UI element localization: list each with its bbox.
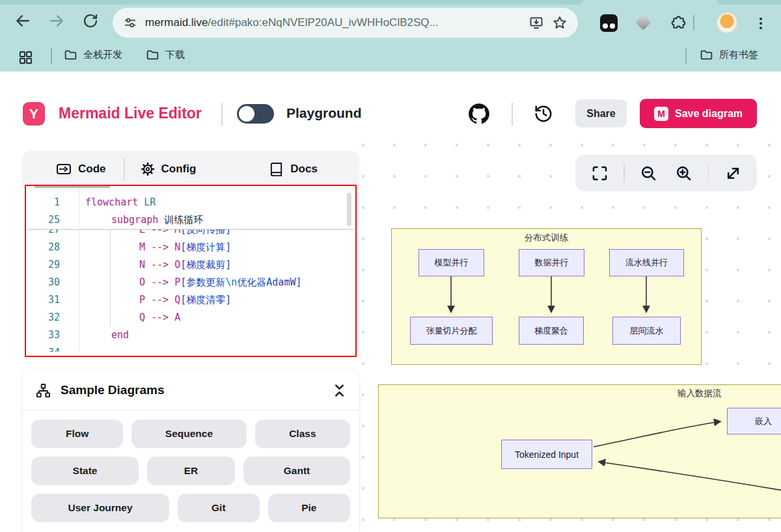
save-diagram-button[interactable]: M Save diagram: [640, 99, 757, 128]
browser-tab[interactable]: [581, 0, 719, 5]
code-line: 30O --> P[参数更新\n优化器AdamW]: [27, 274, 353, 291]
diagram-preview-pane[interactable]: 分布式训练 模型并行 数据并行 流水线并行 张量切片分配 梯度聚合 层间流水 输…: [362, 143, 781, 532]
toolbar-divider: [708, 164, 709, 182]
zoom-in-button[interactable]: [673, 162, 695, 184]
zoom-out-icon: [640, 165, 657, 182]
toolbar-divider: [693, 15, 694, 31]
collapse-icon[interactable]: [333, 384, 346, 397]
code-line: 33end: [27, 326, 353, 344]
folder-icon: [146, 48, 159, 62]
address-bar[interactable]: mermaid.live/edit#pako:eNqNVElP20AU_ivWH…: [113, 8, 578, 38]
share-button[interactable]: Share: [575, 100, 627, 127]
sample-sequence-button[interactable]: Sequence: [131, 419, 246, 448]
site-info-icon[interactable]: [123, 16, 137, 30]
bookmark-star-icon[interactable]: [552, 15, 568, 31]
tab-strip: [0, 0, 781, 5]
bookmark-label: 所有书签: [719, 49, 758, 61]
editor-tabbar: Code Config Docs: [23, 151, 359, 187]
code-line: 1flowchart LR: [27, 194, 353, 211]
editor-scrollbar[interactable]: [347, 193, 351, 226]
sample-user-journey-button[interactable]: User Journey: [31, 494, 169, 522]
code-editor[interactable]: 1flowchart LR25subgraph 训练循环 27L --> M[反…: [25, 185, 357, 357]
sample-class-button[interactable]: Class: [255, 419, 350, 448]
toolbar-divider: [623, 164, 625, 182]
zoom-in-icon: [675, 165, 692, 182]
code-tab-icon: [56, 161, 72, 177]
resize-diagonal-icon: [724, 165, 742, 182]
back-button[interactable]: [13, 11, 33, 31]
sample-state-button[interactable]: State: [31, 457, 139, 485]
sample-er-button[interactable]: ER: [147, 457, 235, 485]
subgraph-title: 分布式训练: [392, 232, 701, 244]
bookmark-label: 下载: [165, 49, 185, 61]
node-pipeline-parallel: 流水线并行: [609, 249, 684, 276]
bookmarks-divider: [51, 48, 52, 64]
sample-flow-button[interactable]: Flow: [31, 419, 123, 448]
preview-toolbar: [575, 155, 757, 191]
bookmark-all-bookmarks[interactable]: 所有书签: [700, 48, 758, 62]
extension-darkreader-icon[interactable]: [600, 14, 618, 32]
gutter-border: [79, 187, 79, 352]
sample-gantt-button[interactable]: Gantt: [243, 457, 350, 485]
bookmark-folder-downloads[interactable]: 下载: [146, 48, 185, 62]
node-gradient-agg: 梯度聚合: [519, 317, 584, 345]
code-line: 32Q --> A: [27, 309, 353, 326]
browser-menu-icon[interactable]: [756, 14, 765, 33]
url-text: mermaid.live/edit#pako:eNqNVElP20AU_ivWH…: [145, 16, 439, 29]
playground-label: Playground: [286, 105, 362, 121]
header-divider: [512, 103, 513, 126]
bookmark-label: 全栈开发: [83, 49, 122, 61]
sample-diagrams-title: Sample Diagrams: [61, 383, 323, 397]
playground-toggle[interactable]: [237, 104, 274, 124]
code-line: 34: [27, 344, 353, 352]
toggle-knob: [239, 106, 254, 122]
tab-label: Code: [78, 163, 106, 176]
folder-icon: [700, 48, 713, 62]
history-icon[interactable]: [534, 104, 553, 124]
gear-icon: [141, 162, 155, 176]
bookmark-folder-fullstack[interactable]: 全栈开发: [64, 48, 122, 62]
tab-label: Docs: [290, 163, 318, 176]
application-window: mermaid.live/edit#pako:eNqNVElP20AU_ivWH…: [0, 0, 781, 532]
book-icon: [269, 162, 284, 177]
indent-guide: [110, 229, 111, 326]
browser-toolbar: mermaid.live/edit#pako:eNqNVElP20AU_ivWH…: [0, 0, 781, 40]
code-view[interactable]: 1flowchart LR25subgraph 训练循环 27L --> M[反…: [27, 187, 353, 352]
tab-code[interactable]: Code: [56, 161, 106, 177]
save-logo-icon: M: [654, 107, 668, 121]
fullscreen-icon: [591, 165, 609, 182]
extension-diamond-icon[interactable]: [635, 14, 651, 30]
sample-diagrams-header[interactable]: Sample Diagrams: [23, 371, 359, 410]
folder-icon: [64, 48, 77, 62]
code-line: 25subgraph 训练循环: [27, 211, 353, 229]
node-tokenized-input: Tokenized Input: [501, 440, 592, 469]
node-layer-pipeline: 层间流水: [612, 317, 681, 345]
node-embedding: 嵌入: [727, 408, 781, 434]
sample-buttons-grid: Flow Sequence Class State ER Gantt User …: [31, 419, 350, 522]
code-line: 28M --> N[梯度计算]: [27, 239, 353, 256]
sample-diagrams-panel: Sample Diagrams Flow Sequence Class Stat…: [23, 371, 359, 532]
bookmarks-bar: 全栈开发 下载 所有书签: [0, 40, 781, 72]
bookmarks-divider: [685, 48, 687, 64]
code-rest: 27L --> M[反向传播]28M --> N[梯度计算]29N --> O[…: [27, 221, 353, 352]
mermaid-logo[interactable]: Y: [23, 102, 45, 126]
sample-pie-button[interactable]: Pie: [268, 494, 350, 522]
expand-button[interactable]: [722, 162, 744, 184]
reload-button[interactable]: [81, 11, 100, 31]
apps-grid-icon[interactable]: [16, 47, 35, 67]
tab-label: Config: [161, 163, 197, 176]
fullscreen-button[interactable]: [588, 162, 610, 184]
code-line: 31P --> Q[梯度清零]: [27, 291, 353, 309]
code-line: 29N --> O[梯度裁剪]: [27, 256, 353, 274]
tab-docs[interactable]: Docs: [269, 162, 318, 177]
header-divider: [23, 410, 359, 410]
forward-button[interactable]: [47, 11, 66, 31]
profile-avatar[interactable]: [717, 12, 737, 33]
zoom-out-button[interactable]: [638, 162, 660, 184]
tab-config[interactable]: Config: [141, 162, 197, 176]
extensions-puzzle-icon[interactable]: [668, 13, 688, 33]
sample-git-button[interactable]: Git: [178, 494, 259, 522]
github-icon[interactable]: [468, 103, 490, 125]
install-app-icon[interactable]: [528, 15, 544, 31]
subgraph-title: 输入数据流: [678, 388, 722, 399]
